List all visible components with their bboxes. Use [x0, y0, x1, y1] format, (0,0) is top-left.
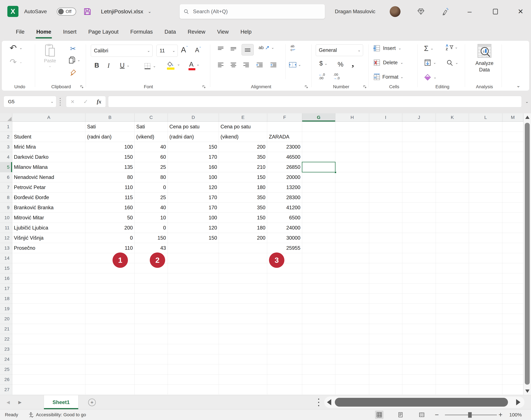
cell-D4[interactable]: 170 [168, 152, 219, 162]
cell-L16[interactable] [469, 273, 502, 284]
cell-K23[interactable] [436, 344, 469, 354]
avatar[interactable] [390, 6, 401, 17]
cell-K10[interactable] [436, 213, 469, 223]
cell-A21[interactable] [12, 324, 85, 334]
cell-E13[interactable] [219, 243, 267, 253]
cell-L4[interactable] [469, 152, 502, 162]
font-dialog-launcher-icon[interactable] [202, 85, 206, 89]
cell-I6[interactable] [369, 172, 402, 182]
cell-C17[interactable] [135, 284, 168, 294]
autosave-toggle[interactable]: Off [57, 8, 76, 15]
cell-B20[interactable] [85, 314, 135, 324]
cell-K8[interactable] [436, 193, 469, 203]
percent-format-button[interactable]: % [338, 61, 343, 68]
cell-B8[interactable]: 115 [85, 193, 135, 203]
cell-K2[interactable] [436, 132, 469, 142]
cell-G24[interactable] [302, 354, 335, 364]
increase-font-size-button[interactable]: Aˆ [181, 45, 188, 54]
cell-A19[interactable] [12, 304, 85, 314]
cell-E23[interactable] [219, 344, 267, 354]
delete-cells-button[interactable]: Delete⌄ [373, 59, 403, 66]
cell-F12[interactable]: 30000 [267, 233, 302, 243]
accessibility-status[interactable]: Accessibility: Good to go [28, 409, 86, 420]
cell-C7[interactable]: 0 [135, 182, 168, 193]
close-button[interactable]: ✕ [515, 0, 526, 23]
cell-B13[interactable]: 110 [85, 243, 135, 253]
cell-K27[interactable] [436, 385, 469, 395]
cell-M9[interactable] [502, 203, 523, 213]
collapse-ribbon-button[interactable]: ⌄ [516, 83, 520, 89]
cell-E3[interactable]: 200 [219, 142, 267, 152]
cell-G6[interactable] [302, 172, 335, 182]
number-format-select[interactable]: General⌄ [316, 44, 363, 56]
cell-A22[interactable] [12, 334, 85, 344]
column-header-D[interactable]: D [168, 113, 219, 122]
cell-I2[interactable] [369, 132, 402, 142]
cell-K22[interactable] [436, 334, 469, 344]
cell-C1[interactable]: Sati [135, 122, 168, 132]
cell-B17[interactable] [85, 284, 135, 294]
cell-C22[interactable] [135, 334, 168, 344]
cell-A4[interactable]: Darković Darko [12, 152, 85, 162]
top-align-button[interactable] [217, 46, 224, 51]
cell-E1[interactable]: Cena po satu [219, 122, 267, 132]
cell-M27[interactable] [502, 385, 523, 395]
cell-D11[interactable]: 120 [168, 223, 219, 233]
cell-M26[interactable] [502, 375, 523, 385]
cell-A14[interactable] [12, 253, 85, 263]
cell-M1[interactable] [502, 122, 523, 132]
cell-E4[interactable]: 350 [219, 152, 267, 162]
cell-A11[interactable]: Ljubičić Ljubica [12, 223, 85, 233]
column-header-F[interactable]: F [267, 113, 302, 122]
cell-L21[interactable] [469, 324, 502, 334]
cell-I14[interactable] [369, 253, 402, 263]
cancel-icon[interactable]: ✕ [71, 99, 75, 105]
cell-L24[interactable] [469, 354, 502, 364]
cell-H18[interactable] [335, 294, 369, 304]
cell-C13[interactable]: 43 [135, 243, 168, 253]
cell-E5[interactable]: 210 [219, 162, 267, 172]
cell-I3[interactable] [369, 142, 402, 152]
cell-D6[interactable]: 100 [168, 172, 219, 182]
cell-A8[interactable]: Đorđević Đorđe [12, 193, 85, 203]
cut-button[interactable]: ✂ [70, 45, 76, 53]
cell-J23[interactable] [402, 344, 436, 354]
cell-H22[interactable] [335, 334, 369, 344]
format-painter-button[interactable] [69, 69, 77, 76]
cell-H21[interactable] [335, 324, 369, 334]
user-name[interactable]: Dragan Masulovic [335, 0, 375, 23]
cell-J15[interactable] [402, 263, 436, 273]
cell-J11[interactable] [402, 223, 436, 233]
cell-K4[interactable] [436, 152, 469, 162]
search-input[interactable] [193, 8, 321, 15]
cell-I8[interactable] [369, 193, 402, 203]
scroll-down-icon[interactable] [525, 390, 530, 393]
row-header-13[interactable]: 13 [0, 243, 12, 253]
cell-G7[interactable] [302, 182, 335, 193]
cell-D16[interactable] [168, 273, 219, 284]
vertical-scroll-thumb[interactable] [525, 123, 530, 385]
cell-G10[interactable] [302, 213, 335, 223]
zoom-in-button[interactable]: + [499, 409, 503, 420]
cell-J10[interactable] [402, 213, 436, 223]
row-header-12[interactable]: 12 [0, 233, 12, 243]
cell-D18[interactable] [168, 294, 219, 304]
cell-K14[interactable] [436, 253, 469, 263]
cell-C10[interactable]: 10 [135, 213, 168, 223]
cell-B18[interactable] [85, 294, 135, 304]
cell-L22[interactable] [469, 334, 502, 344]
cell-A10[interactable]: Mitrović Mitar [12, 213, 85, 223]
cell-J16[interactable] [402, 273, 436, 284]
cell-D22[interactable] [168, 334, 219, 344]
row-header-11[interactable]: 11 [0, 223, 12, 233]
tab-review[interactable]: Review [187, 29, 206, 35]
cell-K7[interactable] [436, 182, 469, 193]
row-header-3[interactable]: 3 [0, 142, 12, 152]
cell-L9[interactable] [469, 203, 502, 213]
cell-L10[interactable] [469, 213, 502, 223]
cell-F20[interactable] [267, 314, 302, 324]
cell-I21[interactable] [369, 324, 402, 334]
cell-H23[interactable] [335, 344, 369, 354]
cell-B23[interactable] [85, 344, 135, 354]
cell-C20[interactable] [135, 314, 168, 324]
